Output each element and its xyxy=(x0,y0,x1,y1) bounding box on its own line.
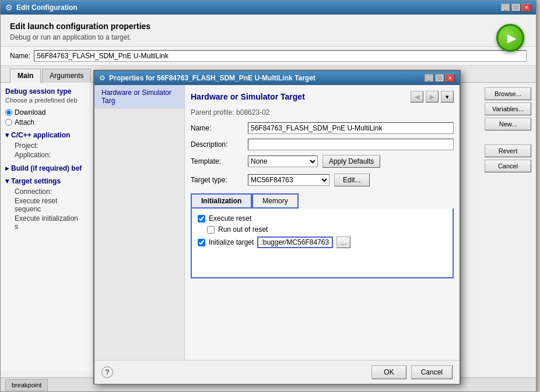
run-button[interactable] xyxy=(496,24,524,52)
prop-target-row: Target type: MC56F84763 Edit... xyxy=(191,174,454,186)
init-target-input[interactable] xyxy=(257,236,333,248)
prop-maximize-button[interactable]: □ xyxy=(435,74,444,82)
prop-name-label: Name: xyxy=(191,124,243,132)
tab-arguments[interactable]: Arguments xyxy=(42,69,91,83)
prop-panel-title: Hardware or Simulator Target xyxy=(191,92,305,101)
prop-desc-label: Description: xyxy=(191,140,243,149)
parent-profile-value: b08623-02 xyxy=(236,108,269,116)
properties-dialog: ⚙ Properties for 56F84763_FLASH_SDM_PnE … xyxy=(93,70,461,384)
project-item: Project: xyxy=(5,141,92,150)
prop-dropdown-arrow[interactable]: ▾ xyxy=(441,91,454,103)
prop-close-button[interactable]: ✕ xyxy=(446,74,455,82)
help-icon[interactable]: ? xyxy=(101,366,113,378)
minimize-button[interactable]: _ xyxy=(501,3,510,12)
app-icon: ⚙ xyxy=(5,3,13,12)
radio-attach: Attach xyxy=(5,118,92,126)
prop-target-label: Target type: xyxy=(191,176,243,184)
prop-name-input[interactable] xyxy=(248,122,454,134)
prop-nav-hardware[interactable]: Hardware or Simulator Targ xyxy=(94,85,184,109)
prop-back-arrow[interactable]: ◀ xyxy=(411,91,423,103)
prop-title-text: Properties for 56F84763_FLASH_SDM_PnE U-… xyxy=(109,74,315,82)
prop-tab-content: Execute reset Run out of reset Initializ… xyxy=(191,209,454,278)
section-target-header[interactable]: Target settings xyxy=(5,177,92,185)
section-target: Target settings Connection: Execute rese… xyxy=(5,177,92,231)
prop-bottom-bar: ? OK Cancel xyxy=(94,360,460,384)
debug-session-type-desc: Choose a predefined deb xyxy=(5,97,92,104)
prop-template-row: Template: None Apply Defaults xyxy=(191,155,454,168)
prop-nav-arrows: ◀ ▶ ▾ xyxy=(411,91,454,103)
name-input[interactable] xyxy=(34,50,527,62)
section-cpp-app-title: C/C++ application xyxy=(11,131,70,139)
edit-button[interactable]: Edit... xyxy=(334,174,370,186)
radio-download-label: Download xyxy=(15,108,45,116)
prop-ok-button[interactable]: OK xyxy=(371,365,406,379)
parent-profile-label: Parent profile: xyxy=(191,108,234,116)
prop-right: Hardware or Simulator Target ◀ ▶ ▾ Paren… xyxy=(185,85,460,360)
new-button[interactable]: New... xyxy=(485,118,531,130)
collapse-icon xyxy=(5,131,9,139)
init-browse-button[interactable]: ... xyxy=(336,236,350,248)
radio-attach-label: Attach xyxy=(15,118,34,126)
breakpoint-tab[interactable]: breakpoint xyxy=(5,379,48,391)
prop-forward-arrow[interactable]: ▶ xyxy=(426,91,439,103)
right-cancel-button[interactable]: Cancel xyxy=(485,160,531,172)
main-window-title: Edit Configuration xyxy=(16,3,78,12)
radio-download: Download xyxy=(5,108,92,116)
prop-tab-memory[interactable]: Memory xyxy=(252,193,298,209)
prop-title-bar: ⚙ Properties for 56F84763_FLASH_SDM_PnE … xyxy=(94,71,460,85)
close-button[interactable]: ✕ xyxy=(522,3,531,12)
prop-template-select[interactable]: None xyxy=(248,156,318,167)
right-buttons: Browse... Variables... New... Revert Can… xyxy=(485,87,531,172)
execute-reset-label: Execute reset xyxy=(209,214,251,223)
maximize-button[interactable]: □ xyxy=(511,3,521,12)
prop-left-nav: Hardware or Simulator Targ xyxy=(94,85,185,360)
variables-button[interactable]: Variables... xyxy=(485,103,531,115)
prop-content: Hardware or Simulator Targ Hardware or S… xyxy=(94,85,460,360)
connection-item: Connection: xyxy=(5,187,92,196)
prop-desc-row: Description: xyxy=(191,139,454,150)
execute-reset-item: Execute reset sequenc xyxy=(5,196,92,214)
prop-cancel-button[interactable]: Cancel xyxy=(411,365,453,379)
section-build-header[interactable]: Build (if required) bef xyxy=(5,164,92,172)
prop-tabs: Initialization Memory xyxy=(191,193,454,209)
collapse-icon-2 xyxy=(5,177,9,185)
section-cpp-app: C/C++ application Project: Application: xyxy=(5,131,92,160)
execute-reset-checkbox[interactable] xyxy=(198,215,205,223)
browse-button[interactable]: Browse... xyxy=(485,87,531,100)
header-subtitle: Debug or run an application to a target. xyxy=(10,33,527,41)
run-out-reset-checkbox[interactable] xyxy=(207,226,215,234)
header-title: Edit launch configuration properties xyxy=(10,22,527,31)
tab-main[interactable]: Main xyxy=(10,69,41,83)
expand-icon xyxy=(5,164,9,172)
prop-tab-initialization[interactable]: Initialization xyxy=(191,193,252,209)
execute-init-item: Execute initialization s xyxy=(5,214,92,231)
run-out-reset-label: Run out of reset xyxy=(218,225,268,234)
radio-download-input[interactable] xyxy=(5,109,12,116)
revert-button[interactable]: Revert xyxy=(485,144,531,157)
parent-profile-row: Parent profile: b08623-02 xyxy=(191,108,454,116)
prop-header-row: Hardware or Simulator Target ◀ ▶ ▾ xyxy=(191,91,454,103)
prop-bottom-buttons: OK Cancel xyxy=(371,365,453,379)
section-cpp-app-header[interactable]: C/C++ application xyxy=(5,131,92,139)
init-target-label: Initialize target xyxy=(209,238,254,246)
prop-template-label: Template: xyxy=(191,157,243,165)
section-build: Build (if required) bef xyxy=(5,164,92,172)
name-label: Name: xyxy=(10,52,30,60)
init-target-row: Initialize target ... xyxy=(198,236,447,248)
debug-session-type-title: Debug session type xyxy=(5,87,92,96)
radio-group: Download Attach xyxy=(5,108,92,126)
init-target-checkbox[interactable] xyxy=(198,239,205,246)
apply-defaults-button[interactable]: Apply Defaults xyxy=(322,155,380,168)
prop-target-select[interactable]: MC56F84763 xyxy=(248,174,329,186)
prop-desc-input[interactable] xyxy=(248,139,454,150)
prop-name-row: Name: xyxy=(191,122,454,134)
section-target-title: Target settings xyxy=(11,177,61,185)
execute-reset-row: Execute reset xyxy=(198,214,447,223)
name-row: Name: xyxy=(1,47,536,66)
main-title-bar: ⚙ Edit Configuration _ □ ✕ xyxy=(1,1,536,15)
prop-title-icon: ⚙ xyxy=(99,74,106,82)
radio-attach-input[interactable] xyxy=(5,119,12,126)
prop-minimize-button[interactable]: _ xyxy=(425,74,434,82)
section-build-title: Build (if required) bef xyxy=(11,164,82,172)
main-header: Edit launch configuration properties Deb… xyxy=(1,15,536,47)
